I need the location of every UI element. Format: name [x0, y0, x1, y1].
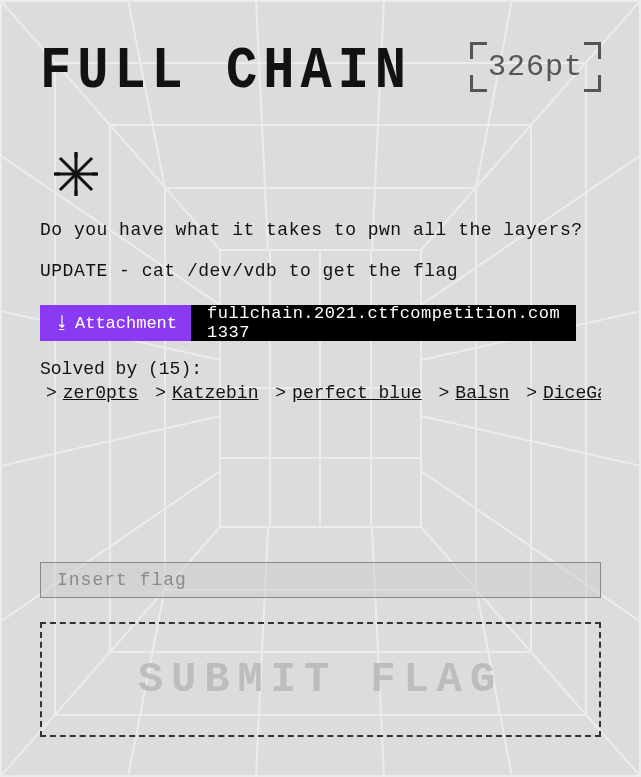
- chevron-right-icon: >: [439, 383, 450, 403]
- challenge-description: Do you have what it takes to pwn all the…: [40, 218, 601, 243]
- challenge-title: FULL CHAIN: [40, 42, 412, 102]
- submit-flag-button[interactable]: SUBMIT FLAG: [40, 622, 601, 737]
- header-row: FULL CHAIN 326pt: [40, 42, 601, 94]
- challenge-update: UPDATE - cat /dev/vdb to get the flag: [40, 261, 601, 281]
- challenge-host: fullchain.2021.ctfcompetition.com 1337: [191, 305, 576, 341]
- attachment-button-label: Attachment: [75, 314, 177, 333]
- sparkle-icon: [54, 152, 601, 196]
- points-badge: 326pt: [470, 42, 601, 92]
- attachment-button[interactable]: ⭳ Attachment: [40, 305, 191, 341]
- solver-link[interactable]: Balsn: [455, 383, 509, 403]
- solvers-scroll[interactable]: >zer0pts >Katzebin >perfect blue >Balsn …: [40, 383, 601, 409]
- download-icon: ⭳: [54, 313, 71, 333]
- solver-link[interactable]: DiceGang: [543, 383, 601, 403]
- challenge-panel: FULL CHAIN 326pt Do you have what it tak…: [0, 0, 641, 777]
- solver-link[interactable]: zer0pts: [63, 383, 139, 403]
- chevron-right-icon: >: [46, 383, 57, 403]
- chevron-right-icon: >: [275, 383, 286, 403]
- solved-by-label: Solved by (15):: [40, 359, 601, 379]
- solver-link[interactable]: Katzebin: [172, 383, 258, 403]
- chevron-right-icon: >: [526, 383, 537, 403]
- solvers-list: >zer0pts >Katzebin >perfect blue >Balsn …: [40, 383, 601, 403]
- flag-input[interactable]: [40, 562, 601, 598]
- attachment-row: ⭳ Attachment fullchain.2021.ctfcompetiti…: [40, 305, 570, 341]
- chevron-right-icon: >: [155, 383, 166, 403]
- solver-link[interactable]: perfect blue: [292, 383, 422, 403]
- points-value: 326pt: [488, 50, 583, 84]
- flag-form: SUBMIT FLAG: [40, 562, 601, 737]
